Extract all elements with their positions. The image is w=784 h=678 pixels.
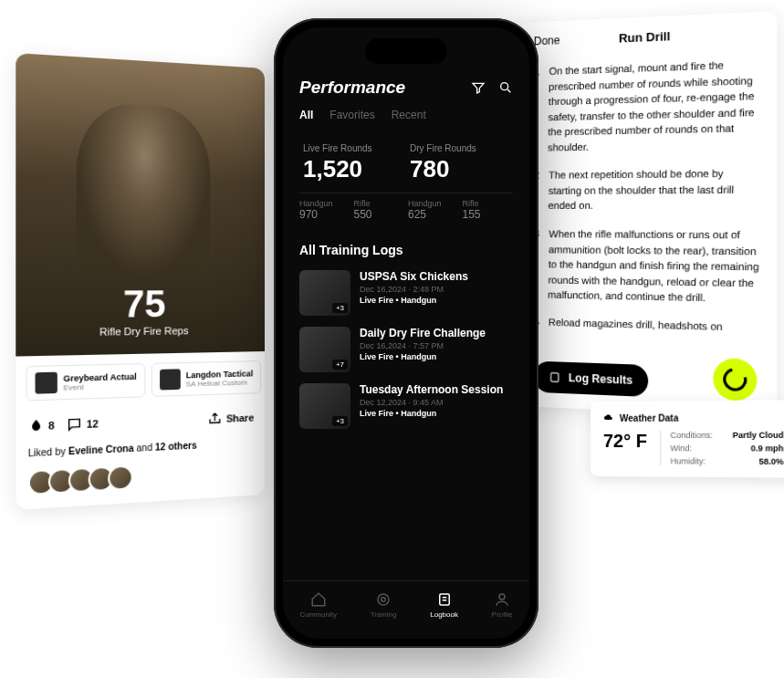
- stats-grid: Live Fire Rounds 1,520 Dry Fire Rounds 7…: [283, 134, 529, 193]
- weather-details: Conditions:Partly Cloud Wind:0.9 mph Hum…: [660, 431, 783, 466]
- avatar[interactable]: [108, 464, 133, 491]
- liked-others[interactable]: 12 others: [155, 440, 197, 452]
- svg-point-2: [382, 597, 386, 601]
- tab-recent[interactable]: Recent: [392, 109, 426, 121]
- weather-temp: 72° F: [603, 431, 647, 452]
- drill-step: 2 The next repetition should be done by …: [534, 165, 761, 213]
- drill-step: 3 When the rifle malfunctions or runs ou…: [534, 226, 761, 307]
- step-text: When the rifle malfunctions or runs out …: [548, 226, 761, 307]
- step-text: Reload magazines drill, headshots on: [549, 315, 723, 335]
- log-results-button[interactable]: Log Results: [534, 360, 648, 396]
- hum-label: Humidity:: [671, 456, 706, 465]
- bottom-nav: Community Training Logbook Profile: [283, 580, 529, 639]
- tag-gear[interactable]: Langdon Tactical SA Hellcat Custom: [151, 360, 261, 397]
- stat-value: 1,520: [303, 155, 402, 183]
- sub-stat[interactable]: Handgun625: [408, 199, 459, 221]
- log-date: Dec 12,2024 · 9:45 AM: [360, 398, 513, 407]
- svg-point-0: [501, 83, 508, 90]
- log-date: Dec 16,2024 · 7:57 PM: [360, 341, 513, 350]
- share-button[interactable]: Share: [208, 410, 254, 426]
- step-text: On the start signal, mount and fire the …: [548, 56, 762, 154]
- cond-value: Partly Cloud: [733, 431, 784, 440]
- log-thumbnail: +3: [299, 270, 350, 316]
- social-tags: Greybeard Actual Event Langdon Tactical …: [16, 351, 265, 412]
- like-count: 8: [48, 420, 55, 432]
- drill-card: Done Run Drill 1 On the start signal, mo…: [519, 11, 777, 418]
- fab-button[interactable]: [713, 358, 757, 402]
- nav-profile[interactable]: Profile: [492, 591, 513, 619]
- log-badge: +3: [332, 416, 348, 426]
- cloud-icon: [603, 412, 614, 423]
- step-text: The next repetition should be done by st…: [548, 165, 761, 213]
- performance-header: Performance: [283, 78, 529, 109]
- log-item[interactable]: +3 Tuesday Afternoon Session Dec 12,2024…: [283, 378, 529, 434]
- performance-tabs: All Favorites Recent: [283, 109, 529, 134]
- log-item[interactable]: +7 Daily Dry Fire Challenge Dec 16,2024 …: [283, 321, 529, 378]
- log-title: USPSA Six Chickens: [360, 270, 513, 283]
- rep-label: Rifle Dry Fire Reps: [99, 325, 188, 338]
- flame-icon: [28, 418, 45, 434]
- tag-event[interactable]: Greybeard Actual Event: [26, 363, 145, 402]
- done-button[interactable]: Done: [534, 34, 560, 47]
- log-meta: Live Fire • Handgun: [360, 296, 513, 305]
- log-item[interactable]: +3 USPSA Six Chickens Dec 16,2024 · 2:48…: [283, 265, 529, 321]
- log-meta: Live Fire • Handgun: [360, 352, 513, 361]
- event-icon: [36, 372, 57, 394]
- rep-count: 75: [123, 283, 166, 326]
- log-icon: [549, 370, 561, 384]
- page-title: Performance: [299, 78, 405, 98]
- comment-count: 12: [87, 418, 99, 430]
- weather-card: Weather Data 72° F Conditions:Partly Clo…: [591, 400, 784, 477]
- log-title: Daily Dry Fire Challenge: [360, 327, 513, 339]
- drill-step: 1 On the start signal, mount and fire th…: [534, 56, 761, 154]
- log-title: Tuesday Afternoon Session: [360, 383, 513, 396]
- sub-stat[interactable]: Rifle550: [354, 199, 405, 221]
- sub-stat[interactable]: Handgun970: [299, 199, 350, 221]
- tab-favorites[interactable]: Favorites: [329, 109, 374, 121]
- tag-sub: Event: [63, 381, 136, 391]
- share-icon: [208, 412, 223, 427]
- log-badge: +7: [332, 360, 348, 370]
- drill-title: Run Drill: [619, 28, 671, 45]
- filter-icon[interactable]: [471, 80, 486, 95]
- weather-title: Weather Data: [603, 412, 784, 423]
- svg-rect-5: [551, 372, 559, 381]
- wind-label: Wind:: [671, 443, 693, 453]
- nav-logbook[interactable]: Logbook: [430, 591, 458, 619]
- home-icon: [310, 591, 327, 608]
- log-results-label: Log Results: [569, 371, 632, 387]
- drill-header: Done Run Drill: [534, 26, 761, 48]
- stat-value: 780: [410, 155, 509, 183]
- nav-community[interactable]: Community: [299, 591, 336, 619]
- log-date: Dec 16,2024 · 2:48 PM: [360, 285, 513, 294]
- gear-brand-icon: [160, 369, 181, 390]
- stat-label: Dry Fire Rounds: [410, 143, 509, 153]
- log-thumbnail: +7: [299, 327, 350, 372]
- sub-stats-grid: Handgun970 Rifle550 Handgun625 Rifle155: [299, 193, 513, 234]
- tab-all[interactable]: All: [299, 109, 313, 121]
- svg-point-1: [378, 594, 389, 605]
- social-image[interactable]: 75 Rifle Dry Fire Reps: [16, 53, 265, 356]
- wind-value: 0.9 mph: [751, 443, 784, 453]
- log-thumbnail: +3: [299, 383, 350, 429]
- phone-notch: [365, 38, 447, 64]
- liked-name[interactable]: Eveline Crona: [68, 443, 134, 456]
- stat-label: Live Fire Rounds: [303, 143, 402, 153]
- phone-screen: Performance All Favorites Recent Live Fi…: [283, 27, 529, 639]
- like-button[interactable]: 8: [28, 418, 55, 434]
- comment-button[interactable]: 12: [67, 416, 99, 433]
- spinner-icon: [718, 363, 751, 395]
- drill-step: 4 Reload magazines drill, headshots on: [534, 314, 761, 335]
- social-feed-card: 75 Rifle Dry Fire Reps Greybeard Actual …: [16, 53, 265, 510]
- section-title: All Training Logs: [283, 234, 529, 265]
- log-badge: +3: [332, 303, 348, 313]
- log-meta: Live Fire • Handgun: [360, 409, 513, 418]
- tag-sub: SA Hellcat Custom: [186, 378, 254, 388]
- sub-stat[interactable]: Rifle155: [463, 199, 514, 221]
- comment-icon: [67, 416, 82, 433]
- nav-training[interactable]: Training: [371, 591, 397, 619]
- hum-value: 58.0%: [759, 457, 784, 466]
- dry-fire-stat[interactable]: Dry Fire Rounds 780: [406, 134, 513, 193]
- live-fire-stat[interactable]: Live Fire Rounds 1,520: [299, 134, 406, 193]
- search-icon[interactable]: [498, 80, 513, 95]
